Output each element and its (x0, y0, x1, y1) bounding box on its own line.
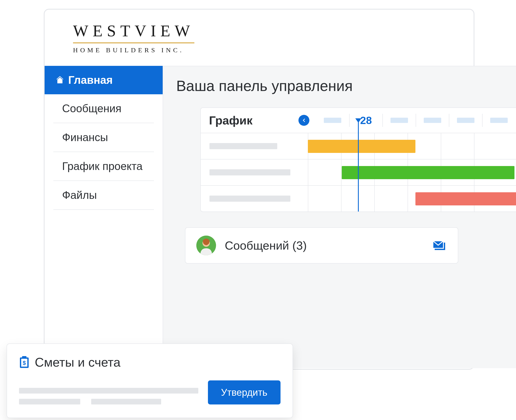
sidebar-item-label: Файлы (62, 189, 97, 201)
date-placeholder (316, 114, 349, 127)
sidebar-item-label: Сообщения (62, 102, 121, 115)
sidebar-item-label: Главная (68, 74, 113, 86)
clipboard-dollar-icon: $ (19, 356, 29, 368)
task-label-placeholder (201, 169, 308, 175)
sidebar-item-messages[interactable]: Сообщения (53, 94, 154, 123)
invoice-title: Сметы и счета (35, 355, 120, 369)
approve-button[interactable]: Утвердить (208, 380, 280, 405)
date-placeholder (482, 114, 515, 127)
invoice-text-placeholder (19, 388, 208, 405)
sidebar-item-finance[interactable]: Финансы (53, 123, 154, 152)
gantt-bar-red[interactable] (415, 192, 516, 205)
avatar (196, 236, 216, 255)
sidebar-item-home[interactable]: Главная (44, 66, 163, 94)
invoice-body: Утвердить (19, 380, 280, 405)
schedule-card: График 28 (200, 107, 516, 212)
sidebar-item-label: График проекта (62, 160, 143, 172)
page-title: Ваша панель управления (176, 77, 516, 94)
messages-label: Сообщений (3) (225, 239, 423, 252)
date-placeholder (383, 114, 416, 127)
invoice-card: $ Сметы и счета Утвердить (7, 344, 293, 418)
date-placeholder (416, 114, 449, 127)
mail-icon (432, 238, 447, 253)
home-icon (56, 76, 64, 84)
date-placeholder (449, 114, 482, 127)
task-label-placeholder (201, 195, 308, 202)
task-label-placeholder (201, 143, 308, 149)
schedule-title: График (209, 113, 252, 127)
schedule-prev-button[interactable] (298, 115, 309, 126)
gantt-track (308, 186, 516, 211)
main-area: Главная Сообщения Финансы График проекта… (44, 66, 474, 368)
date-current[interactable]: 28 (349, 114, 383, 127)
date-strip: 28 (316, 114, 515, 127)
sidebar-item-schedule[interactable]: График проекта (53, 152, 154, 181)
app-window: WESTVIEW HOME BUILDERS INC. Главная Сооб… (44, 9, 474, 370)
messages-card[interactable]: Сообщений (3) (185, 227, 458, 264)
gantt-track (308, 133, 516, 159)
gantt-bar-yellow[interactable] (308, 140, 415, 153)
brand-logo: WESTVIEW HOME BUILDERS INC. (44, 10, 474, 66)
today-marker (358, 120, 359, 211)
svg-text:$: $ (23, 360, 26, 366)
gantt-bar-green[interactable] (342, 166, 515, 179)
invoice-header: $ Сметы и счета (19, 355, 280, 369)
gantt-track (308, 159, 516, 185)
sidebar-item-files[interactable]: Файлы (53, 181, 154, 210)
sidebar: Главная Сообщения Финансы График проекта… (44, 66, 163, 368)
content-pane: Ваша панель управления График 28 (163, 66, 516, 368)
brand-subtitle: HOME BUILDERS INC. (73, 46, 474, 54)
schedule-body (201, 133, 516, 211)
svg-rect-5 (22, 356, 26, 359)
brand-name: WESTVIEW (73, 22, 194, 43)
sidebar-item-label: Финансы (62, 131, 108, 143)
chevron-left-icon (301, 118, 307, 123)
